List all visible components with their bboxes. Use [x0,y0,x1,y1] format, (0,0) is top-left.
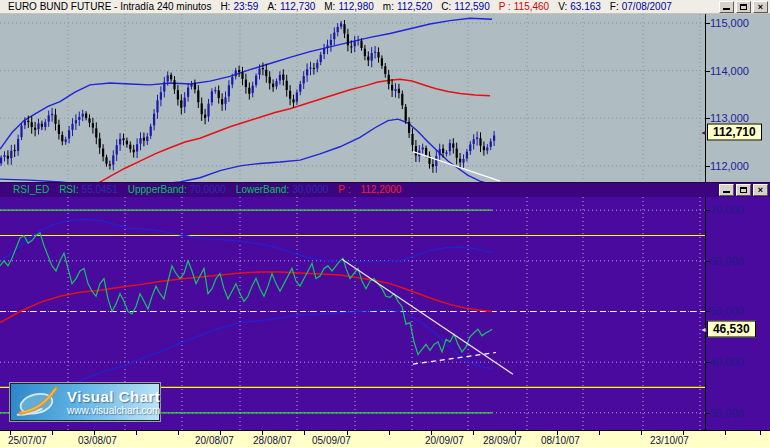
rsi-moving-average-path [0,272,492,323]
candle-body [255,76,257,85]
last-price-value: 112,710 [707,124,762,141]
candle-body [85,113,87,117]
candle-body [320,55,322,62]
candle-body [3,155,5,157]
marker-arrow-icon: ◄ [700,129,707,136]
quote-max: M:112,980 [324,1,374,12]
candle-body [68,130,70,138]
candle-body [262,68,264,69]
candle-body [143,138,145,141]
logo-title: Visual Chart [67,388,160,405]
candle-body [116,145,118,154]
candle-body [88,118,90,122]
candle-body [374,52,376,53]
minimize-icon [723,8,730,10]
marker-arrow-icon: ◄ [700,326,707,333]
close-button[interactable]: × [753,1,768,13]
candle-body [78,117,80,120]
candle-body [299,84,301,91]
candle-body [316,63,318,69]
candle-body [7,156,9,159]
price-chart-plot[interactable] [0,14,705,182]
candle-body [367,57,369,61]
candle-body [136,144,138,151]
quote-settlement: P :115,460 [499,1,549,12]
candle-body [122,138,124,140]
candle-body [272,84,274,87]
candle-body [289,91,291,99]
date-tick [52,431,53,435]
candle-body [405,107,407,121]
rsi-last-value: 46,530 [707,321,756,338]
candle-body [425,148,427,155]
candle-body [422,147,424,149]
candle-body [105,157,107,163]
date-label: 20/08/07 [195,435,234,446]
candle-body [156,100,158,112]
candle-body [221,99,223,104]
candle-body [394,89,396,91]
visualchart-logo-icon [11,385,67,419]
candle-body [133,150,135,153]
candle-body [445,152,447,153]
quote-time: H:23:59 [220,1,258,12]
price-panel: 115,000 114,000 113,000 112,000 ◄ 112,71… [0,14,770,183]
candle-body [401,94,403,106]
candle-body [112,155,114,164]
rsi-maximize-button[interactable] [736,184,751,196]
candle-body [313,68,315,69]
candle-body [258,69,260,75]
upperband-label: UppperBand: [128,184,187,195]
candle-body [214,90,216,91]
candle-body [469,144,471,151]
candle-body [129,145,131,149]
date-label: 28/08/07 [253,435,292,446]
candle-body [27,121,29,122]
candle-body [17,139,19,151]
candle-body [286,81,288,90]
rsi-upper-band-curve-path [0,219,492,262]
candle-body [184,98,186,107]
minimize-icon [723,191,730,193]
rsi-header: RSI_EDRSI:55,0451UppperBand:70,0000Lower… [0,182,770,197]
rsi-y-axis: 70,000 60,000 50,000 40,000 30,000 ◄ 46,… [705,197,770,430]
rsi-y-tick-60: 60,000 [710,255,744,267]
lowerband-label: LowerBand: [236,184,289,195]
quote-close: C:112,590 [441,1,489,12]
price-y-tick-112000: 112,000 [710,160,749,172]
candle-body [340,23,342,26]
candle-body [435,156,437,166]
candle-body [486,147,488,150]
date-label: 28/09/07 [483,435,522,446]
date-label: 25/07/07 [8,435,47,446]
maximize-button[interactable] [736,1,751,13]
minimize-button[interactable] [719,1,734,13]
last-price-marker: ◄ 112,710 [700,124,762,141]
candle-body [303,76,305,83]
candle-body [224,97,226,103]
candle-body [323,48,325,54]
candle-body [411,134,413,145]
candle-body [241,73,243,79]
candle-body [252,86,254,93]
date-tick [599,431,600,435]
candle-body [265,70,267,76]
candle-body [343,24,345,33]
candle-body [408,122,410,133]
candle-body [479,138,481,145]
rsi-window-controls: × [717,184,768,196]
price-y-axis: 115,000 114,000 113,000 112,000 ◄ 112,71… [705,14,770,182]
quote-volume: V:63.163 [558,1,601,12]
rsi-minimize-button[interactable] [719,184,734,196]
candle-body [37,123,39,129]
candle-body [333,33,335,40]
candle-body [432,164,434,167]
candle-body [354,41,356,46]
date-tick [760,431,761,435]
candle-body [54,115,56,124]
candle-body [473,139,475,144]
candle-body [190,83,192,86]
candle-body [238,70,240,72]
rsi-close-button[interactable]: × [753,184,768,196]
candle-body [126,141,128,145]
